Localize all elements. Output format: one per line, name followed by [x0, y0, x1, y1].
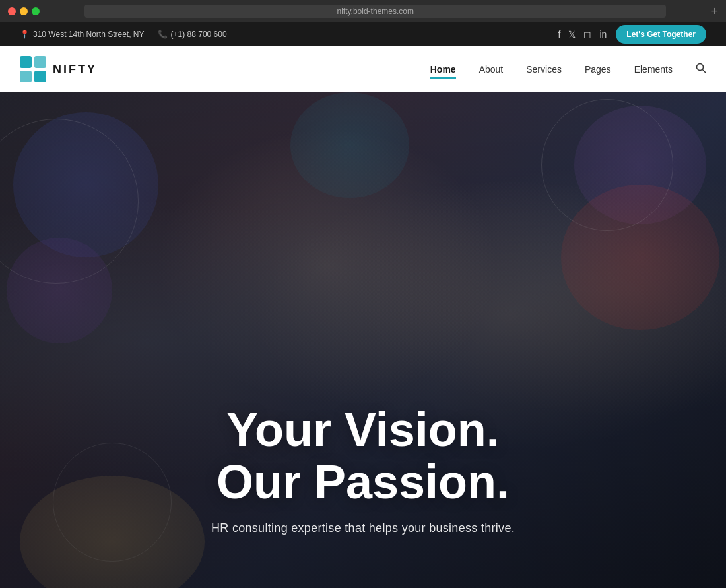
logo: NIFTY — [20, 56, 97, 82]
nav-links: Home About Services Pages Elements — [430, 63, 706, 76]
address-text: 310 West 14th North Street, NY — [33, 30, 145, 39]
hero-heading-line2: Our Passion. — [216, 455, 510, 508]
nav-services[interactable]: Services — [526, 64, 562, 75]
hero-content: Your Vision. Our Passion. HR consulting … — [0, 404, 726, 535]
location-icon: 📍 — [20, 30, 30, 39]
cta-button[interactable]: Let's Get Together — [616, 25, 706, 44]
hero-section: Your Vision. Our Passion. HR consulting … — [0, 92, 726, 588]
social-icons: f 𝕏 ◻ in — [558, 29, 607, 40]
phone-info: 📞 (+1) 88 700 600 — [158, 30, 227, 39]
phone-icon: 📞 — [158, 30, 168, 39]
nav-home[interactable]: Home — [430, 64, 456, 75]
top-bar: 📍 310 West 14th North Street, NY 📞 (+1) … — [0, 22, 726, 46]
minimize-button[interactable] — [20, 7, 28, 15]
facebook-icon[interactable]: f — [558, 29, 561, 40]
twitter-icon[interactable]: 𝕏 — [568, 29, 576, 40]
nav-about[interactable]: About — [479, 64, 504, 75]
top-bar-right: f 𝕏 ◻ in Let's Get Together — [558, 25, 706, 44]
logo-text: NIFTY — [53, 63, 97, 77]
svg-rect-2 — [20, 71, 32, 82]
address-bar[interactable]: nifty.bold-themes.com — [84, 5, 666, 18]
hero-heading-line1: Your Vision. — [226, 403, 499, 456]
new-tab-button[interactable]: + — [711, 5, 718, 18]
svg-line-5 — [703, 70, 706, 73]
close-button[interactable] — [8, 7, 16, 15]
hero-subheading: HR consulting expertise that helps your … — [26, 521, 700, 535]
svg-rect-0 — [20, 56, 32, 68]
address-info: 📍 310 West 14th North Street, NY — [20, 30, 145, 39]
logo-icon — [20, 56, 46, 82]
hero-heading: Your Vision. Our Passion. — [26, 404, 700, 508]
browser-chrome: nifty.bold-themes.com + — [0, 0, 726, 22]
navbar: NIFTY Home About Services Pages Elements — [0, 46, 726, 92]
url-text: nifty.bold-themes.com — [337, 7, 414, 16]
maximize-button[interactable] — [32, 7, 40, 15]
svg-rect-1 — [34, 56, 46, 68]
nav-elements[interactable]: Elements — [634, 64, 673, 75]
top-bar-left: 📍 310 West 14th North Street, NY 📞 (+1) … — [20, 30, 227, 39]
linkedin-icon[interactable]: in — [599, 29, 607, 40]
instagram-icon[interactable]: ◻ — [583, 29, 591, 40]
traffic-lights — [8, 7, 40, 15]
search-icon[interactable] — [696, 64, 706, 75]
phone-text: (+1) 88 700 600 — [171, 30, 227, 39]
svg-rect-3 — [34, 71, 46, 82]
nav-pages[interactable]: Pages — [585, 64, 611, 75]
